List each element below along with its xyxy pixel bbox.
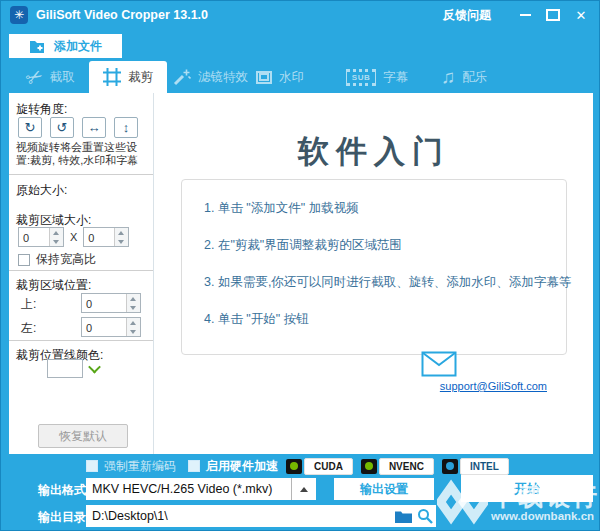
crop-left-stepper[interactable]: 0 bbox=[81, 317, 141, 337]
crop-width-value: 0 bbox=[19, 228, 49, 246]
rotate-cw-button[interactable]: ↻ bbox=[18, 117, 42, 138]
page-title: 软件入门 bbox=[155, 93, 593, 173]
spinner-down-icon[interactable] bbox=[127, 327, 140, 336]
cuda-badge-label: CUDA bbox=[304, 458, 353, 475]
size-separator: X bbox=[70, 231, 77, 243]
search-icon bbox=[417, 508, 433, 524]
nvidia-icon bbox=[286, 459, 302, 474]
spinner-down-icon[interactable] bbox=[115, 237, 128, 246]
add-file-button[interactable]: 添加文件 bbox=[9, 34, 122, 58]
hw-accel-label: 启用硬件加速 bbox=[206, 458, 278, 475]
crop-top-value: 0 bbox=[82, 294, 126, 312]
top-label: 上: bbox=[21, 296, 36, 313]
spinner-up-icon[interactable] bbox=[115, 228, 128, 237]
spinner-up-icon[interactable] bbox=[127, 318, 140, 327]
original-size-label: 原始大小: bbox=[16, 182, 67, 199]
rotate-angle-label: 旋转角度: bbox=[16, 101, 67, 118]
watermark-icon bbox=[256, 71, 272, 84]
hw-accel-checkbox[interactable] bbox=[188, 460, 200, 472]
crop-height-value: 0 bbox=[84, 228, 114, 246]
maximize-icon bbox=[546, 9, 560, 21]
support-email-link[interactable]: support@GiliSoft.com bbox=[440, 380, 547, 392]
output-dir-input[interactable]: D:\Desktop\1\ bbox=[86, 505, 436, 527]
app-window: ✳ GiliSoft Video Cropper 13.1.0 反馈问题 ✕ 添… bbox=[0, 0, 600, 531]
watermark-url: www.downbank.cn bbox=[491, 510, 599, 522]
tab-label: 配乐 bbox=[462, 69, 487, 86]
spinner-down-icon[interactable] bbox=[50, 237, 63, 246]
line-color-dropdown[interactable] bbox=[47, 359, 105, 378]
keep-ratio-checkbox[interactable]: 保持宽高比 bbox=[18, 251, 96, 268]
app-icon: ✳ bbox=[10, 6, 28, 24]
add-file-label: 添加文件 bbox=[54, 38, 102, 55]
checkbox-box bbox=[18, 254, 30, 266]
minimize-button[interactable] bbox=[511, 1, 539, 29]
tab-label: 水印 bbox=[279, 69, 304, 86]
divider bbox=[9, 340, 153, 341]
intel-icon bbox=[442, 459, 458, 474]
close-button[interactable]: ✕ bbox=[567, 1, 595, 29]
flip-vertical-button[interactable]: ↕ bbox=[114, 117, 138, 138]
restore-default-button[interactable]: 恢复默认 bbox=[38, 424, 128, 448]
tab-soundtrack[interactable]: ♫ 配乐 bbox=[441, 61, 487, 93]
tab-extract[interactable]: ✂ 截取 bbox=[26, 61, 75, 93]
spinner-up-icon[interactable] bbox=[127, 294, 140, 303]
maximize-button[interactable] bbox=[539, 1, 567, 29]
tab-filter-effects[interactable]: 滤镜特效 bbox=[173, 61, 248, 93]
cuda-badge: CUDA bbox=[286, 458, 353, 475]
nvenc-badge-label: NVENC bbox=[379, 458, 434, 475]
tab-subtitles[interactable]: SUB 字幕 bbox=[346, 61, 408, 93]
rotate-ccw-icon: ↺ bbox=[57, 120, 68, 135]
window-title: GiliSoft Video Cropper 13.1.0 bbox=[36, 8, 208, 22]
steps-box: 1. 单击 "添加文件" 加载视频 2. 在"剪裁"界面调整裁剪的区域范围 3.… bbox=[181, 179, 567, 355]
minimize-icon bbox=[520, 14, 531, 16]
intel-badge-label: INTEL bbox=[460, 458, 509, 475]
crop-icon bbox=[103, 68, 121, 86]
getting-started-pane: 软件入门 1. 单击 "添加文件" 加载视频 2. 在"剪裁"界面调整裁剪的区域… bbox=[155, 93, 593, 454]
tab-watermark[interactable]: 水印 bbox=[256, 61, 304, 93]
flip-horizontal-icon: ↔ bbox=[88, 120, 101, 135]
crop-top-stepper[interactable]: 0 bbox=[81, 293, 141, 313]
flip-vertical-icon: ↕ bbox=[123, 120, 130, 135]
force-recode-checkbox[interactable] bbox=[86, 460, 98, 472]
search-folder-button[interactable] bbox=[414, 505, 436, 527]
keep-ratio-label: 保持宽高比 bbox=[36, 251, 96, 268]
envelope-icon bbox=[421, 351, 457, 377]
close-icon: ✕ bbox=[576, 8, 587, 23]
left-label: 左: bbox=[21, 320, 36, 337]
subtitle-icon: SUB bbox=[346, 69, 376, 86]
feedback-link[interactable]: 反馈问题 bbox=[443, 7, 491, 24]
browse-folder-button[interactable] bbox=[392, 505, 414, 527]
divider bbox=[9, 270, 153, 271]
flip-horizontal-button[interactable]: ↔ bbox=[82, 117, 106, 138]
divider bbox=[9, 174, 153, 175]
music-icon: ♫ bbox=[441, 66, 455, 88]
rotate-note: 视频旋转将会重置这些设置:裁剪, 特效,水印和字幕 bbox=[16, 141, 148, 167]
magic-wand-icon bbox=[173, 68, 191, 86]
crop-left-value: 0 bbox=[82, 318, 126, 336]
spinner-up-icon[interactable] bbox=[50, 228, 63, 237]
dropdown-arrow-icon[interactable] bbox=[291, 478, 316, 500]
tab-label: 截取 bbox=[50, 69, 75, 86]
output-format-select[interactable]: MKV HEVC/H.265 Video (*.mkv) bbox=[86, 478, 316, 500]
step-2: 2. 在"剪裁"界面调整裁剪的区域范围 bbox=[204, 237, 402, 254]
crop-position-label: 裁剪区域位置: bbox=[16, 277, 91, 294]
tab-label: 字幕 bbox=[383, 69, 408, 86]
spinner-down-icon[interactable] bbox=[127, 303, 140, 312]
content-panel: 旋转角度: ↻ ↺ ↔ ↕ 视频旋转将会重置这些设置:裁剪, 特效,水印和字幕 … bbox=[9, 93, 593, 454]
rotate-cw-icon: ↻ bbox=[25, 120, 36, 135]
output-format-label: 输出格式: bbox=[38, 482, 90, 499]
output-format-value: MKV HEVC/H.265 Video (*.mkv) bbox=[86, 478, 291, 500]
crop-width-stepper[interactable]: 0 bbox=[18, 227, 64, 247]
chevron-down-icon bbox=[83, 359, 105, 378]
tab-bar: ✂ 截取 裁剪 滤镜特效 水印 SUB 字幕 ♫ 配乐 bbox=[9, 61, 593, 93]
output-settings-button[interactable]: 输出设置 bbox=[334, 478, 434, 500]
step-4: 4. 单击 "开始" 按钮 bbox=[204, 311, 309, 328]
tab-label: 滤镜特效 bbox=[198, 69, 248, 86]
tab-label: 裁剪 bbox=[128, 69, 153, 86]
start-button[interactable]: 开始 bbox=[461, 475, 593, 502]
rotate-ccw-button[interactable]: ↺ bbox=[50, 117, 74, 138]
crop-height-stepper[interactable]: 0 bbox=[83, 227, 129, 247]
folder-plus-icon bbox=[29, 40, 45, 53]
tab-crop[interactable]: 裁剪 bbox=[89, 61, 167, 93]
nvidia-icon bbox=[361, 459, 377, 474]
